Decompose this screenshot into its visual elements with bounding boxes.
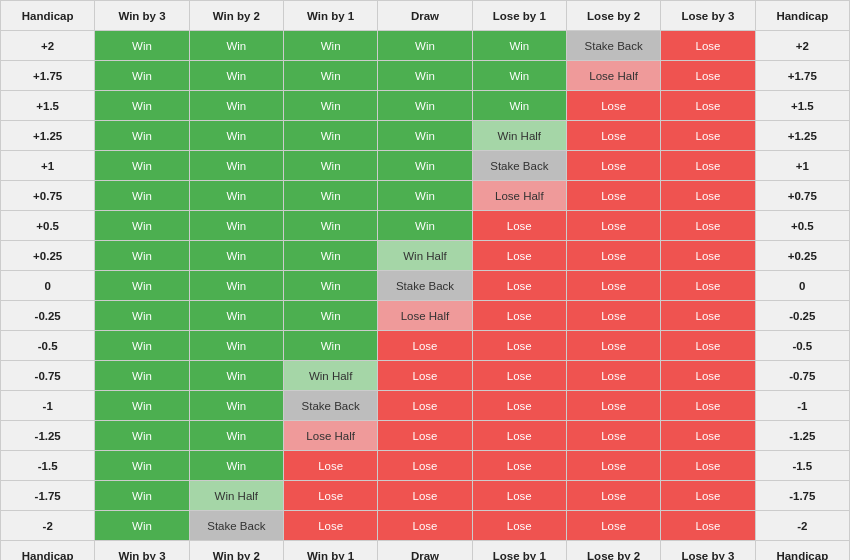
handicap-value-left: +2 — [1, 31, 95, 61]
cell-wb1: Win — [283, 331, 377, 361]
handicap-value-right: +0.75 — [755, 181, 849, 211]
cell-wb2: Win — [189, 211, 283, 241]
table-row: +0.5WinWinWinWinLoseLoseLose+0.5 — [1, 211, 850, 241]
cell-wb2: Win — [189, 151, 283, 181]
handicap-value-left: +0.75 — [1, 181, 95, 211]
cell-lb3: Lose — [661, 91, 755, 121]
handicap-value-right: -1.5 — [755, 451, 849, 481]
cell-wb1: Win — [283, 301, 377, 331]
cell-lb3: Lose — [661, 211, 755, 241]
handicap-value-right: +1.75 — [755, 61, 849, 91]
cell-wb2: Win — [189, 361, 283, 391]
header-lose-by-3: Lose by 3 — [661, 1, 755, 31]
cell-lb2: Lose Half — [566, 61, 660, 91]
table-row: -1.5WinWinLoseLoseLoseLoseLose-1.5 — [1, 451, 850, 481]
cell-wb1: Stake Back — [283, 391, 377, 421]
cell-draw: Win — [378, 181, 472, 211]
cell-lb3: Lose — [661, 331, 755, 361]
handicap-value-left: -2 — [1, 511, 95, 541]
cell-lb3: Lose — [661, 151, 755, 181]
cell-draw: Lose — [378, 391, 472, 421]
cell-lb1: Lose — [472, 211, 566, 241]
handicap-value-left: +1.5 — [1, 91, 95, 121]
cell-wb1: Win — [283, 121, 377, 151]
cell-lb1: Lose — [472, 301, 566, 331]
footer-win-by-2: Win by 2 — [189, 541, 283, 561]
cell-wb2: Win — [189, 391, 283, 421]
cell-lb1: Lose — [472, 451, 566, 481]
table-row: +1.25WinWinWinWinWin HalfLoseLose+1.25 — [1, 121, 850, 151]
handicap-value-left: -1.5 — [1, 451, 95, 481]
handicap-value-left: +0.25 — [1, 241, 95, 271]
handicap-value-left: -0.5 — [1, 331, 95, 361]
cell-lb3: Lose — [661, 181, 755, 211]
table-row: -0.75WinWinWin HalfLoseLoseLoseLose-0.75 — [1, 361, 850, 391]
handicap-table-container: Handicap Win by 3 Win by 2 Win by 1 Draw… — [0, 0, 850, 560]
handicap-value-right: +1.25 — [755, 121, 849, 151]
handicap-value-left: -1.25 — [1, 421, 95, 451]
table-row: +1WinWinWinWinStake BackLoseLose+1 — [1, 151, 850, 181]
table-row: -1.75WinWin HalfLoseLoseLoseLoseLose-1.7… — [1, 481, 850, 511]
cell-lb1: Lose — [472, 511, 566, 541]
handicap-value-left: +1 — [1, 151, 95, 181]
header-win-by-3: Win by 3 — [95, 1, 189, 31]
cell-lb2: Lose — [566, 331, 660, 361]
cell-lb2: Stake Back — [566, 31, 660, 61]
cell-wb3: Win — [95, 121, 189, 151]
handicap-value-right: -0.25 — [755, 301, 849, 331]
table-row: -1WinWinStake BackLoseLoseLoseLose-1 — [1, 391, 850, 421]
table-row: +1.5WinWinWinWinWinLoseLose+1.5 — [1, 91, 850, 121]
cell-wb1: Win — [283, 91, 377, 121]
cell-lb3: Lose — [661, 391, 755, 421]
cell-draw: Lose Half — [378, 301, 472, 331]
table-row: +1.75WinWinWinWinWinLose HalfLose+1.75 — [1, 61, 850, 91]
cell-wb1: Lose — [283, 511, 377, 541]
cell-wb3: Win — [95, 151, 189, 181]
cell-draw: Win — [378, 91, 472, 121]
cell-wb2: Win — [189, 91, 283, 121]
cell-wb1: Win — [283, 241, 377, 271]
cell-lb1: Lose — [472, 421, 566, 451]
cell-lb2: Lose — [566, 361, 660, 391]
header-lose-by-1: Lose by 1 — [472, 1, 566, 31]
footer-row: Handicap Win by 3 Win by 2 Win by 1 Draw… — [1, 541, 850, 561]
cell-lb3: Lose — [661, 301, 755, 331]
cell-lb2: Lose — [566, 421, 660, 451]
cell-lb2: Lose — [566, 271, 660, 301]
cell-wb3: Win — [95, 91, 189, 121]
cell-wb3: Win — [95, 301, 189, 331]
cell-draw: Win — [378, 211, 472, 241]
cell-wb2: Win — [189, 31, 283, 61]
cell-wb1: Lose Half — [283, 421, 377, 451]
cell-wb2: Win — [189, 301, 283, 331]
cell-draw: Win — [378, 31, 472, 61]
cell-wb3: Win — [95, 481, 189, 511]
cell-wb1: Win — [283, 61, 377, 91]
header-handicap-right: Handicap — [755, 1, 849, 31]
cell-lb3: Lose — [661, 481, 755, 511]
cell-wb1: Win — [283, 31, 377, 61]
table-row: +2WinWinWinWinWinStake BackLose+2 — [1, 31, 850, 61]
handicap-value-right: +1.5 — [755, 91, 849, 121]
cell-lb3: Lose — [661, 421, 755, 451]
handicap-value-left: +1.25 — [1, 121, 95, 151]
cell-lb2: Lose — [566, 211, 660, 241]
cell-lb1: Win — [472, 91, 566, 121]
cell-wb2: Win — [189, 241, 283, 271]
cell-wb3: Win — [95, 31, 189, 61]
cell-draw: Lose — [378, 421, 472, 451]
handicap-value-right: +1 — [755, 151, 849, 181]
table-row: +0.75WinWinWinWinLose HalfLoseLose+0.75 — [1, 181, 850, 211]
table-row: 0WinWinWinStake BackLoseLoseLose0 — [1, 271, 850, 301]
handicap-value-right: -2 — [755, 511, 849, 541]
cell-lb2: Lose — [566, 391, 660, 421]
cell-lb1: Lose Half — [472, 181, 566, 211]
table-row: +0.25WinWinWinWin HalfLoseLoseLose+0.25 — [1, 241, 850, 271]
header-win-by-1: Win by 1 — [283, 1, 377, 31]
cell-wb3: Win — [95, 511, 189, 541]
table-row: -2WinStake BackLoseLoseLoseLoseLose-2 — [1, 511, 850, 541]
cell-lb2: Lose — [566, 451, 660, 481]
cell-lb2: Lose — [566, 481, 660, 511]
cell-lb1: Lose — [472, 391, 566, 421]
footer-lose-by-2: Lose by 2 — [566, 541, 660, 561]
